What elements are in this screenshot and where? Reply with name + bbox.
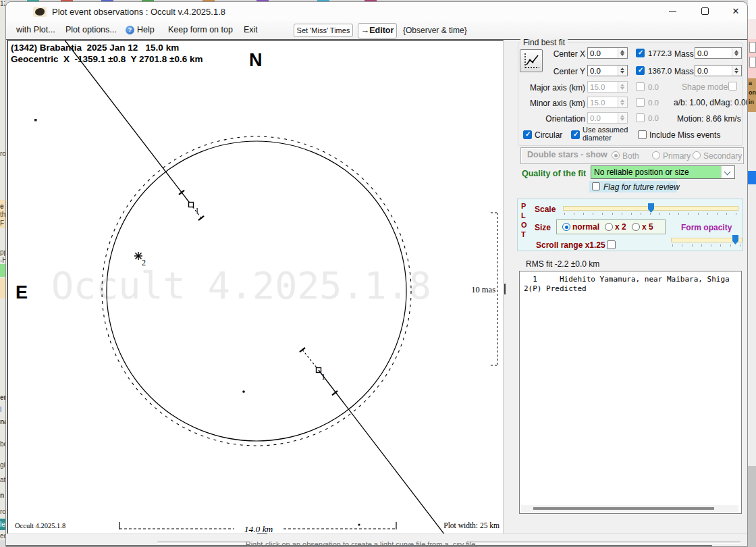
dropdown-arrow-icon[interactable] xyxy=(721,166,734,178)
major-axis-spinner[interactable] xyxy=(587,81,628,93)
double-primary-radio[interactable] xyxy=(652,151,660,159)
observation-row-2[interactable]: 2(P) Predicted xyxy=(524,284,587,293)
plot-letter-p: P xyxy=(521,202,526,210)
flag-review-box: Flag for future review xyxy=(589,181,677,192)
background-text-fragment: 13 xyxy=(0,0,5,7)
mass-y-spinner[interactable] xyxy=(695,65,742,76)
scale-label: Scale xyxy=(535,205,556,214)
background-fragment-block xyxy=(748,0,756,19)
motion-label: Motion: 8.66 km/s xyxy=(677,114,741,124)
occult-plot-window: Plot event observations : Occult v.4.202… xyxy=(5,1,748,547)
size-x5-radio[interactable] xyxy=(632,223,640,231)
background-text-fragment: on xyxy=(749,89,756,96)
minor-axis-label: Minor axis (km) xyxy=(524,99,585,108)
splitter-handle[interactable] xyxy=(504,284,506,294)
center-y-spinner[interactable] xyxy=(587,65,628,76)
chord2-label: 2 xyxy=(142,258,146,267)
minimize-button[interactable] xyxy=(661,4,684,19)
menu-bar: with Plot... Plot options... ? Help Keep… xyxy=(6,21,747,40)
center-x-spinner[interactable] xyxy=(587,47,628,59)
compass-north: N xyxy=(249,50,263,71)
background-window-left-sliver: 13roethFpp-Hierlnabegiatnroleed xyxy=(0,0,5,547)
resize-grip[interactable] xyxy=(257,533,267,534)
plot-letter-l: L xyxy=(521,211,526,219)
scale-slider-thumb[interactable] xyxy=(648,203,654,213)
orientation-spinner[interactable] xyxy=(587,112,628,124)
plot-letter-t: T xyxy=(521,230,526,238)
ab-dmag-label: a/b: 1.00, dMag: 0.00 xyxy=(674,98,748,107)
size-label: Size xyxy=(535,223,551,232)
include-miss-checkbox[interactable] xyxy=(638,130,647,139)
scrollbar-thumb[interactable] xyxy=(533,507,714,510)
menu-plot-options[interactable]: Plot options... xyxy=(65,25,117,34)
scroll-range-checkbox[interactable] xyxy=(607,240,616,249)
orientation-fit-checkbox[interactable] xyxy=(636,113,645,122)
scroll-range-label: Scroll range x1.25 xyxy=(536,240,605,250)
flag-review-checkbox[interactable] xyxy=(592,182,600,190)
form-opacity-slider[interactable] xyxy=(671,238,742,242)
find-best-fit-title: Find best fit xyxy=(520,38,568,47)
plot-width-label: Plot width: 25 km xyxy=(364,521,500,529)
size-x5-label: x 5 xyxy=(642,222,653,232)
size-x2-radio[interactable] xyxy=(605,223,613,231)
close-button[interactable]: ✕ xyxy=(724,4,747,19)
menu-exit[interactable]: Exit xyxy=(244,25,258,34)
background-text-fragment: a xyxy=(749,80,752,86)
plot-drawing[interactable]: Occult 4.2025.1.8 1 xyxy=(8,41,503,533)
plot-canvas[interactable]: Occult 4.2025.1.8 1 xyxy=(7,40,504,534)
background-text-fragment: gi xyxy=(0,461,5,469)
background-text-fragment: er xyxy=(0,394,5,401)
use-assumed-checkbox[interactable] xyxy=(571,130,580,139)
list-horizontal-scrollbar[interactable] xyxy=(521,505,738,512)
minor-axis-fit-checkbox[interactable] xyxy=(636,98,645,107)
double-secondary-label: Secondary xyxy=(703,151,742,161)
quality-label: Quality of the fit xyxy=(522,169,586,178)
app-icon xyxy=(33,7,47,17)
form-opacity-label: Form opacity xyxy=(681,223,732,232)
fit-graph-button[interactable] xyxy=(520,49,543,72)
menu-with-plot[interactable]: with Plot... xyxy=(16,25,55,34)
double-both-label: Both xyxy=(622,151,639,161)
double-both-radio[interactable] xyxy=(612,151,620,159)
set-miss-times-button[interactable]: Set 'Miss' Times xyxy=(294,24,353,37)
scale-slider-ticks xyxy=(563,213,737,215)
maximize-button[interactable] xyxy=(693,4,716,19)
center-x-fit-checkbox[interactable] xyxy=(636,49,645,57)
size-group: normal x 2 x 5 xyxy=(556,219,666,234)
background-fragment-block xyxy=(748,171,756,184)
menu-keep-on-top[interactable]: Keep form on top xyxy=(168,25,233,34)
center-dot xyxy=(242,390,245,393)
background-text-fragment: ro xyxy=(0,508,5,515)
double-stars-label: Double stars - show xyxy=(527,150,608,159)
background-window-right-sliver: aonin xyxy=(748,0,756,547)
window-title: Plot event observations : Occult v.4.202… xyxy=(52,7,225,17)
major-axis-fit-checkbox[interactable] xyxy=(636,82,645,91)
menu-help[interactable]: Help xyxy=(137,25,155,34)
background-fragment-block xyxy=(748,466,756,547)
circular-checkbox[interactable] xyxy=(523,130,532,139)
size-x2-label: x 2 xyxy=(615,222,626,232)
observations-list[interactable]: 1 Hidehito Yamamura, near Maibara, Shiga… xyxy=(519,271,742,514)
orientation-fit-value: 0.0 xyxy=(648,114,659,122)
observer-time-label: {Observer & time} xyxy=(403,26,467,35)
quality-dropdown[interactable]: No reliable position or size xyxy=(591,165,735,179)
form-opacity-thumb[interactable] xyxy=(732,235,738,244)
observation-row-1[interactable]: 1 Hidehito Yamamura, near Maibara, Shiga xyxy=(524,275,730,284)
shape-model-checkbox[interactable] xyxy=(728,82,737,90)
size-normal-radio[interactable] xyxy=(562,223,570,231)
background-text-fragment: be xyxy=(0,440,5,448)
plot-geocentric: Geocentric X -1359.1 ±0.8 Y 2701.8 ±0.6 … xyxy=(11,54,203,64)
title-bar[interactable]: Plot event observations : Occult v.4.202… xyxy=(6,2,747,21)
mass-x-spinner[interactable] xyxy=(695,47,742,59)
center-y-label: Center Y xyxy=(545,67,585,76)
help-icon[interactable]: ? xyxy=(126,26,134,34)
minor-axis-spinner[interactable] xyxy=(587,97,628,108)
background-text-fragment: na xyxy=(0,418,5,425)
editor-button[interactable]: →Editor xyxy=(358,23,397,38)
chord1-d-label: 1 xyxy=(195,206,199,215)
center-y-fit-checkbox[interactable] xyxy=(636,66,645,75)
background-text-fragment: e xyxy=(0,203,4,210)
background-text-fragment: F xyxy=(0,219,4,227)
double-secondary-radio[interactable] xyxy=(693,151,701,159)
flag-review-label: Flag for future review xyxy=(603,182,680,192)
